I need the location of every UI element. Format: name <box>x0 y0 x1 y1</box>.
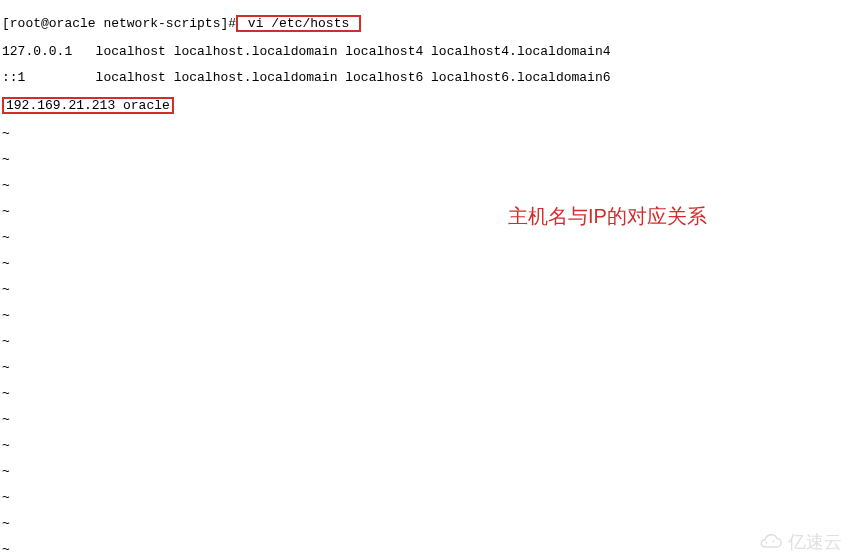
vi-empty-line: ~ <box>2 257 848 270</box>
hosts-file-line-2: ::1 localhost localhost.localdomain loca… <box>2 71 848 84</box>
vi-empty-line: ~ <box>2 413 848 426</box>
vi-empty-line: ~ <box>2 465 848 478</box>
cloud-icon <box>756 533 784 551</box>
vi-empty-line: ~ <box>2 231 848 244</box>
vi-empty-line: ~ <box>2 153 848 166</box>
command-vi-hosts: vi /etc/hosts <box>236 15 361 32</box>
annotation-label: 主机名与IP的对应关系 <box>508 210 707 223</box>
svg-point-0 <box>765 542 767 544</box>
vi-empty-line: ~ <box>2 543 848 556</box>
watermark-text: 亿速云 <box>788 536 842 549</box>
vi-empty-line: ~ <box>2 361 848 374</box>
prompt-line-1: [root@oracle network-scripts]# vi /etc/h… <box>2 15 848 32</box>
terminal-output: [root@oracle network-scripts]# vi /etc/h… <box>0 0 850 557</box>
hosts-file-line-1: 127.0.0.1 localhost localhost.localdomai… <box>2 45 848 58</box>
vi-empty-line: ~ <box>2 387 848 400</box>
watermark: 亿速云 <box>756 533 842 551</box>
hosts-entry-highlight: 192.169.21.213 oracle <box>2 97 174 114</box>
vi-empty-line: ~ <box>2 127 848 140</box>
vi-empty-line: ~ <box>2 309 848 322</box>
vi-empty-line: ~ <box>2 335 848 348</box>
vi-empty-line: ~ <box>2 283 848 296</box>
svg-point-1 <box>772 540 774 542</box>
vi-empty-line: ~ <box>2 205 848 218</box>
vi-empty-line: ~ <box>2 517 848 530</box>
hosts-entry-line: 192.169.21.213 oracle <box>2 97 848 114</box>
shell-prompt: [root@oracle network-scripts]# <box>2 16 236 31</box>
vi-empty-line: ~ <box>2 179 848 192</box>
vi-empty-line: ~ <box>2 439 848 452</box>
vi-empty-line: ~ <box>2 491 848 504</box>
